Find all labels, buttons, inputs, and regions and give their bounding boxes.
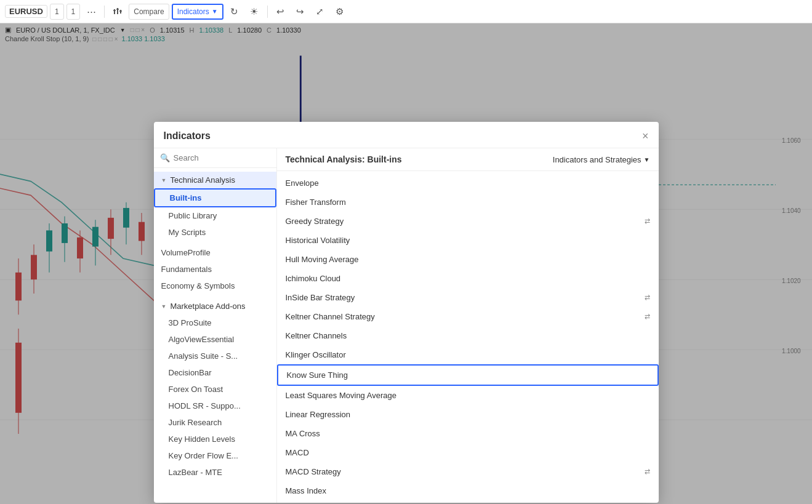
strategy-icon: ⇄ [645, 313, 650, 321]
indicator-item-label: MACD Strategy [286, 467, 341, 476]
indicator-item-label: Ichimoku Cloud [286, 274, 341, 283]
indicator-item-label: InSide Bar Strategy [286, 293, 355, 302]
modal-body: 🔍 ▼ Technical Analysis Built-ins Public … [154, 148, 659, 503]
indicator-item-label: MA Cross [286, 429, 320, 438]
theme-icon[interactable]: ☀ [246, 4, 263, 20]
interval-1[interactable]: 1 [50, 4, 64, 20]
sidebar: 🔍 ▼ Technical Analysis Built-ins Public … [154, 148, 277, 503]
bar-type-icon[interactable] [109, 4, 126, 20]
indicator-item-label: Linear Regression [286, 410, 351, 419]
modal-title: Indicators [164, 130, 211, 142]
indicator-item-label: Historical Volatility [286, 236, 350, 245]
sidebar-item-algoview[interactable]: AlgoViewEssential [154, 331, 276, 348]
indicator-list: EnvelopeFisher TransformGreedy Strategy⇄… [277, 171, 659, 503]
chart-area: ▣ EURO / US DOLLAR, 1, FX_IDC ▼ □ □ × O … [0, 23, 812, 504]
marketplace-caret-icon: ▼ [161, 303, 167, 310]
compare-button[interactable]: Compare [129, 4, 169, 20]
indicator-item[interactable]: MACD Strategy⇄ [277, 462, 659, 481]
undo-icon[interactable]: ↩ [272, 4, 289, 20]
content-panel: Technical Analysis: Built-ins Indicators… [277, 148, 659, 503]
indicator-item-label: Know Sure Thing [287, 370, 348, 380]
sidebar-item-key-order[interactable]: Key Order Flow E... [154, 447, 276, 464]
sidebar-item-hodl[interactable]: HODL SR - Suppo... [154, 398, 276, 414]
sidebar-item-volume-profile[interactable]: VolumeProfile [154, 244, 276, 261]
indicator-item-label: Fisher Transform [286, 198, 346, 207]
indicator-item-label: MACD [286, 448, 309, 457]
interval-2[interactable]: 1 [66, 4, 81, 20]
indicator-item[interactable]: Linear Regression [277, 405, 659, 424]
indicator-item[interactable]: Keltner Channels [277, 326, 659, 345]
indicator-item-label: Keltner Channel Strategy [286, 312, 375, 321]
indicator-item[interactable]: MA Cross [277, 424, 659, 443]
indicator-item[interactable]: InSide Bar Strategy⇄ [277, 288, 659, 307]
separator-2 [267, 6, 268, 18]
indicator-item-label: Mass Index [286, 486, 326, 495]
sidebar-item-decisionbar[interactable]: DecisionBar [154, 364, 276, 381]
indicator-item[interactable]: Hull Moving Average [277, 250, 659, 269]
marketplace-section: ▼ Marketplace Add-ons 3D ProSuite AlgoVi… [154, 294, 276, 484]
indicator-item[interactable]: Know Sure Thing [277, 364, 659, 386]
redo-icon[interactable]: ↪ [292, 4, 309, 20]
indicators-button[interactable]: Indicators ▼ [172, 4, 223, 20]
sidebar-item-lazbear[interactable]: LazBear - MTE [154, 464, 276, 481]
caret-icon: ▼ [161, 177, 167, 183]
indicator-item[interactable]: Ichimoku Cloud [277, 269, 659, 288]
marketplace-label: Marketplace Add-ons [170, 302, 245, 311]
sync-icon[interactable]: ↻ [226, 4, 243, 20]
indicator-item[interactable]: Greedy Strategy⇄ [277, 212, 659, 231]
symbol-selector[interactable]: EURUSD [5, 5, 47, 18]
strategy-icon: ⇄ [645, 217, 650, 225]
indicator-item-label: Hull Moving Average [286, 255, 359, 264]
sidebar-technical-analysis[interactable]: ▼ Technical Analysis [154, 172, 276, 188]
strategy-icon: ⇄ [645, 468, 650, 476]
search-input[interactable] [174, 153, 270, 162]
indicator-item-label: Keltner Channels [286, 331, 347, 340]
indicator-item[interactable]: MACD [277, 443, 659, 462]
dropdown-label: Indicators and Strategies [553, 155, 641, 164]
sidebar-marketplace-addons[interactable]: ▼ Marketplace Add-ons [154, 298, 276, 314]
symbol-label: EURUSD [9, 7, 43, 16]
svg-rect-0 [114, 9, 115, 14]
more-options-icon[interactable]: ⋯ [82, 4, 100, 20]
separator-1 [104, 6, 105, 18]
indicator-item[interactable]: Fisher Transform [277, 193, 659, 212]
sidebar-item-forex-toast[interactable]: Forex On Toast [154, 381, 276, 398]
settings-icon[interactable]: ⚙ [331, 4, 348, 20]
sidebar-item-economy[interactable]: Economy & Symbols [154, 278, 276, 294]
dropdown-selector[interactable]: Indicators and Strategies ▼ [553, 155, 650, 164]
content-header: Technical Analysis: Built-ins Indicators… [277, 148, 659, 171]
modal-header: Indicators × [154, 122, 659, 148]
indicator-item-label: Greedy Strategy [286, 217, 344, 226]
sidebar-item-my-scripts[interactable]: My Scripts [154, 224, 276, 241]
indicator-item-label: Klinger Oscillator [286, 350, 346, 359]
category-label: Technical Analysis [170, 175, 235, 185]
sidebar-item-jurik[interactable]: Jurik Research [154, 414, 276, 431]
indicator-item-label: Envelope [286, 178, 319, 188]
sidebar-item-key-hidden[interactable]: Key Hidden Levels [154, 431, 276, 447]
svg-rect-2 [120, 10, 121, 14]
indicator-item[interactable]: Least Squares Moving Average [277, 386, 659, 405]
sidebar-item-3dprosuite[interactable]: 3D ProSuite [154, 314, 276, 331]
sidebar-item-fundamentals[interactable]: Fundamentals [154, 261, 276, 278]
indicator-item[interactable]: Envelope [277, 174, 659, 193]
modal-close-button[interactable]: × [642, 130, 649, 142]
indicator-item-label: Least Squares Moving Average [286, 391, 396, 400]
sidebar-item-analysis-suite[interactable]: Analysis Suite - S... [154, 348, 276, 364]
technical-analysis-section: ▼ Technical Analysis Built-ins Public Li… [154, 168, 276, 244]
strategy-icon: ⇄ [645, 294, 650, 302]
fullscreen-icon[interactable]: ⤢ [312, 4, 329, 20]
dropdown-arrow-icon: ▼ [644, 156, 650, 163]
content-title: Technical Analysis: Built-ins [286, 154, 402, 164]
modal-overlay: Indicators × 🔍 ▼ Technical [0, 23, 812, 504]
search-icon: 🔍 [160, 153, 170, 162]
dropdown-arrow: ▼ [212, 8, 218, 15]
indicator-item[interactable]: Klinger Oscillator [277, 345, 659, 364]
sidebar-item-builtins[interactable]: Built-ins [154, 188, 276, 207]
indicator-item[interactable]: Mass Index [277, 481, 659, 500]
indicator-item[interactable]: Historical Volatility [277, 231, 659, 250]
search-box[interactable]: 🔍 [154, 148, 276, 168]
indicator-item[interactable]: Keltner Channel Strategy⇄ [277, 307, 659, 326]
indicators-modal: Indicators × 🔍 ▼ Technical [154, 122, 659, 503]
sidebar-item-public-library[interactable]: Public Library [154, 207, 276, 224]
toolbar: EURUSD 1 1 ⋯ Compare Indicators ▼ ↻ ☀ ↩ … [0, 0, 812, 23]
